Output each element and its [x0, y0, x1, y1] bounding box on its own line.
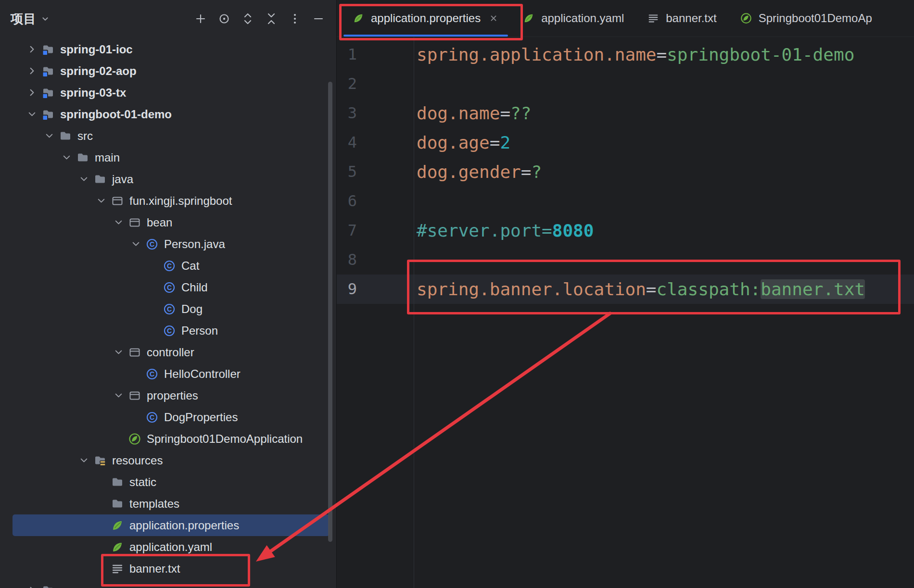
tree-item-main[interactable]: main: [13, 147, 330, 168]
tree-item-templates[interactable]: templates: [13, 493, 330, 514]
tree-item-label: HelloController: [164, 367, 241, 381]
tree-item-label: Cat: [181, 259, 199, 273]
tab-springboot01demoap[interactable]: Springboot01DemoAp: [728, 0, 884, 37]
target-icon[interactable]: [216, 11, 232, 27]
tree-item-label: spring-01-ioc: [60, 43, 133, 56]
chevron-down-icon[interactable]: [74, 454, 93, 467]
code-line-1[interactable]: 1spring.application.name=springboot-01-d…: [337, 40, 914, 69]
minimize-icon[interactable]: [310, 11, 327, 27]
code-line-2[interactable]: 2: [337, 69, 914, 99]
tree-item-springboot01demoapplication[interactable]: Springboot01DemoApplication: [13, 428, 330, 450]
class-icon: C: [163, 281, 176, 294]
class-icon: C: [163, 324, 176, 338]
tree-item-label: Person: [181, 324, 218, 338]
tree-item-person[interactable]: CPerson: [13, 320, 330, 341]
tree-item-person-java[interactable]: CPerson.java: [13, 233, 330, 255]
token-comment: #server.port=: [417, 221, 552, 240]
resources-folder-icon: [93, 454, 107, 467]
text-icon: [111, 562, 124, 575]
chevron-right-icon[interactable]: [22, 86, 41, 100]
code-text: dog.gender=?: [417, 157, 542, 187]
line-number: 5: [337, 157, 357, 187]
chevron-right-icon[interactable]: [22, 584, 41, 588]
tree-item-cat[interactable]: CCat: [13, 255, 330, 276]
tree-item-src[interactable]: src: [13, 125, 330, 147]
chevron-down-icon[interactable]: [109, 346, 128, 359]
line-number: 9: [337, 275, 357, 304]
tree-item-application-properties[interactable]: application.properties: [13, 514, 330, 536]
tree-item-partial[interactable]: [13, 579, 330, 588]
project-panel-title[interactable]: 项目: [11, 11, 36, 27]
tree-item-label: resources: [112, 454, 163, 467]
code-line-7[interactable]: 7#server.port=8080: [337, 216, 914, 245]
tree-item-java[interactable]: java: [13, 168, 330, 190]
tree-scrollbar[interactable]: [328, 82, 332, 542]
tree-item-banner-txt[interactable]: banner.txt: [13, 558, 330, 579]
close-icon[interactable]: [488, 13, 499, 24]
chevron-right-icon[interactable]: [22, 64, 41, 78]
package-icon: [128, 389, 141, 402]
code-text: #server.port=8080: [417, 216, 594, 245]
more-vertical-icon[interactable]: [287, 11, 303, 27]
tree-item-spring-02-aop[interactable]: spring-02-aop: [13, 60, 330, 82]
editor-area: application.propertiesapplication.yamlba…: [337, 0, 914, 588]
tree-item-static[interactable]: static: [13, 471, 330, 493]
tree-item-spring-01-ioc[interactable]: spring-01-ioc: [13, 38, 330, 60]
tree-item-springboot-01-demo[interactable]: springboot-01-demo: [13, 103, 330, 125]
tab-application-yaml[interactable]: application.yaml: [511, 0, 635, 37]
tree-item-bean[interactable]: bean: [13, 212, 330, 233]
tree-item-resources[interactable]: resources: [13, 450, 330, 471]
chevron-down-icon[interactable]: [57, 151, 76, 164]
spring-icon: [522, 12, 535, 25]
folder-icon: [41, 584, 55, 588]
gutter-separator: [414, 37, 414, 588]
chevron-down-icon[interactable]: [109, 389, 128, 402]
tree-item-label: java: [112, 173, 133, 186]
token-key: spring.application.name: [417, 45, 657, 64]
tree-item-application-yaml[interactable]: application.yaml: [13, 536, 330, 558]
tree-item-dog[interactable]: CDog: [13, 298, 330, 320]
tab-banner-txt[interactable]: banner.txt: [635, 0, 728, 37]
tree-item-properties[interactable]: properties: [13, 385, 330, 406]
code-line-5[interactable]: 5dog.gender=?: [337, 157, 914, 187]
tree-item-label: templates: [129, 497, 179, 511]
token-value: springboot-01-demo: [667, 45, 854, 64]
tree-item-spring-03-tx[interactable]: spring-03-tx: [13, 82, 330, 103]
code-line-3[interactable]: 3dog.name=??: [337, 99, 914, 128]
plus-icon[interactable]: [192, 11, 209, 27]
chevron-down-icon[interactable]: [74, 173, 93, 186]
tree-item-child[interactable]: CChild: [13, 276, 330, 298]
tree-item-label: spring-02-aop: [60, 64, 137, 78]
springboot-icon: [740, 12, 752, 25]
tree-item-fun-xingji-springboot[interactable]: fun.xingji.springboot: [13, 190, 330, 212]
tree-item-controller[interactable]: controller: [13, 341, 330, 363]
tree-item-label: Springboot01DemoApplication: [147, 432, 303, 446]
editor-pane[interactable]: 1spring.application.name=springboot-01-d…: [337, 37, 914, 588]
spring-icon: [111, 519, 124, 532]
tab-application-properties[interactable]: application.properties: [341, 0, 511, 37]
chevron-down-icon[interactable]: [109, 216, 128, 229]
tree-item-label: fun.xingji.springboot: [129, 194, 232, 208]
tree-item-dogproperties[interactable]: CDogProperties: [13, 406, 330, 428]
chevron-down-icon[interactable]: [39, 129, 59, 143]
chevron-down-icon[interactable]: [22, 108, 41, 121]
code-line-4[interactable]: 4dog.age=2: [337, 128, 914, 157]
chevron-right-icon[interactable]: [22, 43, 41, 56]
token-value-highlight: banner.txt: [761, 279, 865, 299]
token-key: spring.banner.location: [417, 279, 646, 299]
chevron-down-icon[interactable]: [40, 13, 51, 24]
collapse-all-icon[interactable]: [263, 11, 279, 27]
chevron-spacer: [91, 519, 111, 532]
line-number: 8: [337, 245, 357, 275]
chevron-down-icon[interactable]: [91, 194, 111, 208]
expand-all-icon[interactable]: [240, 11, 256, 27]
line-number: 7: [337, 216, 357, 245]
code-line-6[interactable]: 6: [337, 187, 914, 216]
code-line-9[interactable]: 9spring.banner.location=classpath:banner…: [337, 275, 914, 304]
chevron-down-icon[interactable]: [126, 238, 145, 251]
module-folder-icon: [41, 43, 55, 56]
tree-item-label: application.properties: [129, 519, 239, 532]
tree-item-hellocontroller[interactable]: CHelloController: [13, 363, 330, 385]
code-line-8[interactable]: 8: [337, 245, 914, 275]
project-panel-toolbar: [192, 11, 327, 27]
